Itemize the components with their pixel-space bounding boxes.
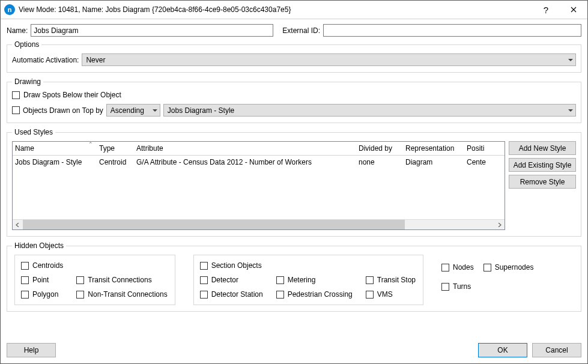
hidden-group-middle: Section Objects Detector Detector Statio… [193,255,423,305]
col-header-attribute[interactable]: Attribute [134,142,356,155]
add-existing-style-button[interactable]: Add Existing Style [509,158,576,172]
objects-on-top-checkbox[interactable] [12,106,20,114]
section-objects-checkbox[interactable] [200,262,208,270]
options-legend: Options [12,40,41,49]
order-value: Ascending [111,106,144,115]
external-id-field[interactable] [323,24,581,37]
turns-label: Turns [453,282,471,291]
external-id-label: External ID: [282,26,320,35]
pedestrian-crossing-checkbox[interactable] [276,291,284,299]
detector-checkbox[interactable] [200,276,208,284]
name-field[interactable] [31,24,273,37]
drawing-legend: Drawing [12,77,43,86]
drawing-group: Drawing Draw Spots Below their Object Ob… [7,77,581,123]
order-select[interactable]: Ascending [106,104,160,117]
options-group: Options Automatic Activation: Never [7,40,581,73]
objects-on-top-label: Objects Drawn on Top by [23,106,103,115]
col-header-name[interactable]: Name ⌃ [13,142,97,155]
chevron-down-icon [153,109,157,112]
turns-checkbox[interactable] [441,283,449,291]
help-icon[interactable]: ? [532,1,560,19]
name-label: Name: [7,26,28,35]
polygon-checkbox[interactable] [21,291,29,299]
horizontal-scrollbar[interactable] [13,219,505,229]
drawing-style-select[interactable]: Jobs Diagram - Style [163,104,576,117]
draw-spots-below-label: Draw Spots Below their Object [23,91,121,99]
point-checkbox[interactable] [21,276,29,284]
ok-button[interactable]: OK [478,343,527,357]
vms-label: VMS [377,290,393,299]
supernodes-label: Supernodes [495,263,534,271]
scrollbar-track[interactable] [23,220,494,229]
polygon-label: Polygon [32,290,58,299]
metering-label: Metering [288,276,316,284]
col-header-divided-by[interactable]: Divided by [356,142,403,155]
hidden-group-left: Centroids Point Polygon Transit Connecti… [14,255,175,305]
add-new-style-button[interactable]: Add New Style [509,141,576,155]
detector-label: Detector [211,276,238,284]
footer: Help OK Cancel [1,337,587,363]
vms-checkbox[interactable] [366,291,374,299]
styles-table[interactable]: Name ⌃ Type Attribute Divided by Represe… [12,141,505,230]
titlebar: n View Mode: 10481, Name: Jobs Diagram {… [1,1,587,19]
cell-type: Centroid [97,158,134,166]
chevron-down-icon [568,59,573,61]
nontransit-connections-label: Non-Transit Connections [88,290,167,299]
scroll-left-icon[interactable] [13,220,23,229]
cancel-button[interactable]: Cancel [532,343,581,357]
scroll-right-icon[interactable] [494,220,505,229]
col-header-representation[interactable]: Representation [403,142,464,155]
scrollbar-thumb[interactable] [23,220,405,229]
cell-positioning: Cente [464,158,489,166]
help-button[interactable]: Help [7,343,56,357]
pedestrian-crossing-label: Pedestrian Crossing [288,290,353,299]
table-row[interactable]: Jobs Diagram - Style Centroid G/A Attrib… [13,156,505,169]
nontransit-connections-checkbox[interactable] [76,291,84,299]
hidden-objects-group: Hidden Objects Centroids Point Polygon T… [7,241,581,312]
col-header-positioning[interactable]: Positi [464,142,489,155]
transit-connections-label: Transit Connections [88,276,151,284]
window-title: View Mode: 10481, Name: Jobs Diagram {72… [19,5,532,14]
sort-ascending-icon: ⌃ [88,142,93,147]
cell-representation: Diagram [403,158,464,166]
hidden-objects-legend: Hidden Objects [12,241,66,250]
nodes-label: Nodes [453,263,474,271]
point-label: Point [32,276,49,284]
centroids-checkbox[interactable] [21,262,29,270]
app-icon: n [4,4,15,15]
section-objects-label: Section Objects [211,261,262,270]
cell-divided-by: none [356,158,403,166]
auto-activation-label: Automatic Activation: [12,56,79,64]
supernodes-checkbox[interactable] [483,264,491,271]
metering-checkbox[interactable] [276,276,284,284]
used-styles-group: Used Styles Name ⌃ Type Attribute Divide… [7,128,581,237]
detector-station-checkbox[interactable] [200,291,208,299]
remove-style-button[interactable]: Remove Style [509,175,576,189]
close-icon[interactable] [560,1,587,19]
drawing-style-value: Jobs Diagram - Style [168,106,234,115]
cell-name: Jobs Diagram - Style [13,158,97,166]
chevron-down-icon [568,109,573,112]
transit-stop-label: Transit Stop [377,276,416,284]
detector-station-label: Detector Station [211,290,263,299]
auto-activation-select[interactable]: Never [82,53,576,66]
transit-stop-checkbox[interactable] [366,276,374,284]
cell-attribute: G/A Attribute - Census Data 2012 - Numbe… [134,158,356,166]
auto-activation-value: Never [86,56,105,64]
nodes-checkbox[interactable] [441,264,449,271]
used-styles-legend: Used Styles [12,128,55,136]
centroids-label: Centroids [32,261,63,270]
draw-spots-below-checkbox[interactable] [12,91,20,99]
col-header-type[interactable]: Type [97,142,134,155]
transit-connections-checkbox[interactable] [76,276,84,284]
